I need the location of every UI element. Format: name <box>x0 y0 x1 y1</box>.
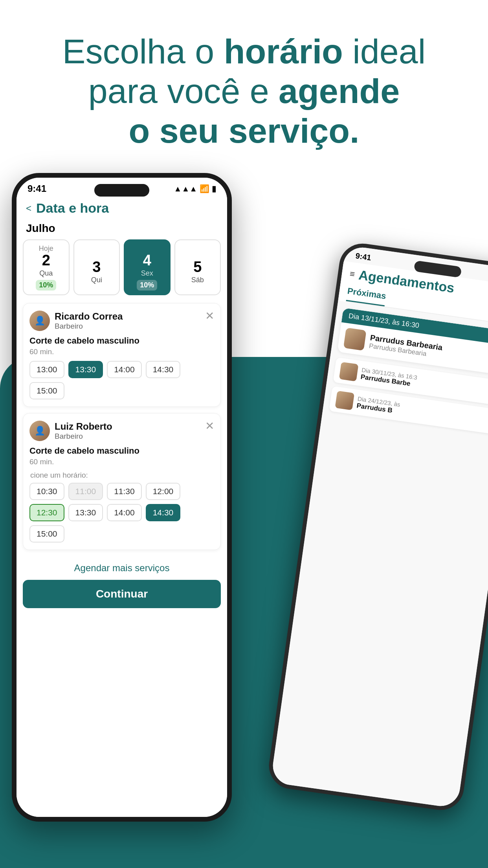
slot-1330[interactable]: 13:30 <box>68 361 103 378</box>
close-btn-2[interactable]: ✕ <box>205 421 214 432</box>
header-section: Escolha o horário ideal para você e agen… <box>0 0 488 167</box>
appointment-list: Dia 13/11/23, às 16:30 Parrudus Barbeari… <box>321 301 488 447</box>
service-name-2: Corte de cabelo masculino <box>29 446 214 456</box>
day-num-3: 4 <box>143 253 151 268</box>
phone-screen-main: 9:41 ▲▲▲ 📶 ▮ < Data e hora Julho Hoje 2 <box>17 178 227 817</box>
phone-second: 9:41 ▲▲ 📶 ▮ ≡ Agendamentos Anterio Próxi… <box>266 241 488 813</box>
cal-day-3[interactable]: 4 Sex 10% <box>124 239 171 295</box>
slot2-1400[interactable]: 14:00 <box>107 504 142 521</box>
appt-avatar-main <box>343 327 367 351</box>
barber-card-1: 👤 Ricardo Correa Barbeiro ✕ Corte de cab… <box>23 303 221 407</box>
service-duration-1: 60 min. <box>29 348 214 356</box>
slot2-1330[interactable]: 13:30 <box>68 504 103 521</box>
barber-card-2: 👤 Luiz Roberto Barbeiro ✕ Corte de cabel… <box>23 413 221 550</box>
day-num-4: 5 <box>193 259 202 274</box>
today-label: Hoje <box>39 245 53 253</box>
status-time: 9:41 <box>28 183 46 194</box>
status-icons: ▲▲▲ 📶 ▮ <box>174 184 216 193</box>
day-name-3: Sex <box>141 269 153 278</box>
headline: Escolha o horário ideal para você e agen… <box>24 31 464 151</box>
battery-icon: ▮ <box>212 184 216 193</box>
cal-day-4[interactable]: 5 Sáb <box>174 239 221 295</box>
phones-container: 9:41 ▲▲▲ 📶 ▮ < Data e hora Julho Hoje 2 <box>0 173 488 868</box>
discount-1: 10% <box>36 280 56 291</box>
slot2-1500[interactable]: 15:00 <box>29 525 64 542</box>
headline-agende: agende <box>279 72 400 110</box>
back-button[interactable]: < <box>26 203 31 214</box>
month-label: Julho <box>17 222 227 239</box>
appt-avatar-s2 <box>335 391 354 410</box>
barber-card-2-header: 👤 Luiz Roberto Barbeiro ✕ <box>29 421 214 441</box>
slot2-1130[interactable]: 11:30 <box>107 483 142 500</box>
status-time-2: 9:41 <box>352 251 372 262</box>
barber-name-1: Ricardo Correa <box>55 311 123 322</box>
continue-button[interactable]: Continuar <box>23 580 221 608</box>
slot-1430[interactable]: 14:30 <box>146 361 181 378</box>
close-btn-1[interactable]: ✕ <box>205 311 214 322</box>
phone2-screen: 9:41 ▲▲ 📶 ▮ ≡ Agendamentos Anterio Próxi… <box>270 245 488 808</box>
appt-avatar-s1 <box>339 362 359 382</box>
barber-name-2: Luiz Roberto <box>55 421 112 432</box>
barber-info-2: 👤 Luiz Roberto Barbeiro <box>29 421 112 441</box>
appt-info-main: Parrudus Barbearia Parrudus Barbearia <box>369 333 443 360</box>
headline-line1-pre: Escolha o <box>62 32 224 71</box>
barber-details-2: Luiz Roberto Barbeiro <box>55 421 112 441</box>
signal-icon: ▲▲▲ <box>174 184 197 193</box>
headline-line2-pre: para você e <box>88 72 279 110</box>
barber-avatar-1: 👤 <box>29 311 50 331</box>
day-name-1: Qua <box>39 269 53 278</box>
select-time-label: cione um horário: <box>29 471 214 480</box>
service-duration-2: 60 min. <box>29 458 214 466</box>
headline-horario: horário <box>224 32 343 71</box>
wifi-icon: 📶 <box>200 184 209 193</box>
calendar-row[interactable]: Hoje 2 Qua 10% 3 Qui 4 Sex 10% <box>17 239 227 295</box>
slot-1500[interactable]: 15:00 <box>29 382 64 399</box>
slot2-1430[interactable]: 14:30 <box>146 504 181 521</box>
time-slots-2: 10:30 11:00 11:30 12:00 12:30 13:30 14:0… <box>29 483 214 542</box>
discount-3: 10% <box>137 280 157 291</box>
cal-day-2[interactable]: 3 Qui <box>73 239 120 295</box>
headline-line1-post: ideal <box>343 32 426 71</box>
day-num-1: 2 <box>42 253 50 268</box>
day-name-2: Qui <box>91 276 102 284</box>
phone-notch <box>94 184 149 197</box>
slot-1400[interactable]: 14:00 <box>107 361 142 378</box>
app-header: < Data e hora <box>17 197 227 222</box>
barber-info-1: 👤 Ricardo Correa Barbeiro <box>29 311 123 331</box>
service-name-1: Corte de cabelo masculino <box>29 336 214 346</box>
screen-title: Data e hora <box>36 200 109 216</box>
appt-info-s1: Dia 30/11/23, às 16:3 Parrudus Barbe <box>360 366 418 388</box>
menu-icon[interactable]: ≡ <box>349 268 356 280</box>
add-services-link[interactable]: Agendar mais serviços <box>17 556 227 580</box>
avatar-img-1: 👤 <box>29 311 50 331</box>
barber-card-1-header: 👤 Ricardo Correa Barbeiro ✕ <box>29 311 214 331</box>
barber-role-1: Barbeiro <box>55 322 123 331</box>
slot2-1200[interactable]: 12:00 <box>146 483 181 500</box>
cal-day-1[interactable]: Hoje 2 Qua 10% <box>23 239 70 295</box>
barber-role-2: Barbeiro <box>55 432 112 441</box>
barber-details-1: Ricardo Correa Barbeiro <box>55 311 123 331</box>
day-num-2: 3 <box>92 259 101 274</box>
headline-line3: o seu serviço. <box>129 111 360 150</box>
slot2-1100[interactable]: 11:00 <box>68 483 103 500</box>
slot2-1230[interactable]: 12:30 <box>29 504 64 521</box>
avatar-img-2: 👤 <box>29 421 50 441</box>
barber-avatar-2: 👤 <box>29 421 50 441</box>
slot2-1030[interactable]: 10:30 <box>29 483 64 500</box>
phone-main: 9:41 ▲▲▲ 📶 ▮ < Data e hora Julho Hoje 2 <box>12 173 232 822</box>
time-slots-1: 13:00 13:30 14:00 14:30 15:00 <box>29 361 214 399</box>
slot-1300[interactable]: 13:00 <box>29 361 64 378</box>
day-name-4: Sáb <box>191 276 204 284</box>
appt-info-s2: Dia 24/12/23, às Parrudus B <box>356 395 400 416</box>
